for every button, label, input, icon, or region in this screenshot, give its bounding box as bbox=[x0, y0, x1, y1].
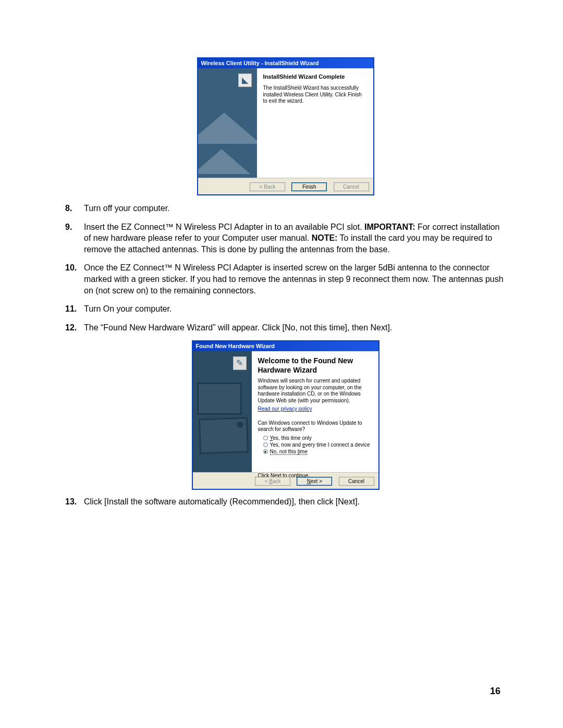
privacy-policy-link[interactable]: Read our privacy policy bbox=[258, 406, 312, 412]
dialog-question: Can Windows connect to Windows Update to… bbox=[258, 420, 372, 433]
cancel-button: Cancel bbox=[334, 182, 369, 191]
dialog-titlebar: Wireless Client Utility - InstallShield … bbox=[198, 58, 373, 68]
step-text: Turn On your computer. bbox=[84, 303, 506, 315]
instruction-list: 8. Turn off your computer. 9. Insert the… bbox=[65, 203, 506, 333]
dialog-main: InstallShield Wizard Complete The Instal… bbox=[257, 68, 373, 178]
radio-icon bbox=[263, 436, 268, 440]
hardware-icon: ✎ bbox=[233, 356, 247, 370]
step-text: Turn off your computer. bbox=[84, 203, 506, 214]
step-number: 11. bbox=[65, 303, 84, 315]
list-item: 9. Insert the EZ Connect™ N Wireless PCI… bbox=[65, 221, 506, 255]
hardware-wizard-dialog: Found New Hardware Wizard ✎ Welcome to t… bbox=[192, 340, 380, 490]
step-number: 13. bbox=[65, 496, 84, 508]
dialog-heading: Welcome to the Found New Hardware Wizard bbox=[258, 356, 372, 375]
installer-icon: ◣ bbox=[238, 73, 252, 87]
step-number: 12. bbox=[65, 322, 84, 334]
list-item: 11. Turn On your computer. bbox=[65, 303, 506, 315]
radio-icon bbox=[263, 442, 268, 447]
installshield-dialog: Wireless Client Utility - InstallShield … bbox=[197, 57, 374, 195]
back-button: < Back bbox=[255, 477, 290, 486]
dialog-title: Wireless Client Utility - InstallShield … bbox=[201, 60, 319, 66]
list-item: 13. Click [Install the software automati… bbox=[65, 496, 506, 508]
step-text: Once the EZ Connect™ N Wireless PCI Adap… bbox=[84, 262, 506, 296]
list-item: 12. The “Found New Hardware Wizard” will… bbox=[65, 322, 506, 334]
next-button[interactable]: Next > bbox=[297, 477, 332, 486]
document-page: Wireless Client Utility - InstallShield … bbox=[0, 0, 563, 728]
radio-option-yes-once[interactable]: Yes, this time only bbox=[263, 435, 372, 441]
instruction-list: 13. Click [Install the software automati… bbox=[65, 496, 506, 508]
step-number: 9. bbox=[65, 221, 84, 255]
step-number: 10. bbox=[65, 262, 84, 296]
dialog-main: Welcome to the Found New Hardware Wizard… bbox=[252, 351, 378, 472]
radio-label: Yes, this time only bbox=[270, 435, 312, 441]
step-text: Click [Install the software automaticall… bbox=[84, 496, 506, 508]
dialog-sidepanel: ◣ bbox=[198, 68, 257, 178]
dialog-title: Found New Hardware Wizard bbox=[196, 343, 275, 349]
cancel-button[interactable]: Cancel bbox=[339, 477, 374, 486]
dialog-body-text: Windows will search for current and upda… bbox=[258, 378, 372, 404]
list-item: 8. Turn off your computer. bbox=[65, 203, 506, 214]
list-item: 10. Once the EZ Connect™ N Wireless PCI … bbox=[65, 262, 506, 296]
step-text: Insert the EZ Connect™ N Wireless PCI Ad… bbox=[84, 221, 506, 255]
radio-label: No, not this time bbox=[270, 449, 308, 455]
step-number: 8. bbox=[65, 203, 84, 214]
dialog-button-row: < Back Finish Cancel bbox=[198, 178, 373, 194]
radio-option-no[interactable]: No, not this time bbox=[263, 449, 372, 455]
page-number: 16 bbox=[490, 686, 500, 697]
dialog-heading: InstallShield Wizard Complete bbox=[263, 73, 367, 80]
back-button: < Back bbox=[250, 182, 285, 191]
radio-label: Yes, now and every time I connect a devi… bbox=[270, 442, 370, 448]
step-text: The “Found New Hardware Wizard” will app… bbox=[84, 322, 506, 334]
dialog-titlebar: Found New Hardware Wizard bbox=[193, 341, 378, 351]
dialog-sidepanel: ✎ bbox=[193, 351, 252, 472]
radio-icon bbox=[263, 449, 268, 454]
dialog-body-text: The InstallShield Wizard has successfull… bbox=[263, 85, 367, 105]
radio-option-yes-always[interactable]: Yes, now and every time I connect a devi… bbox=[263, 442, 372, 448]
finish-button[interactable]: Finish bbox=[291, 182, 327, 191]
